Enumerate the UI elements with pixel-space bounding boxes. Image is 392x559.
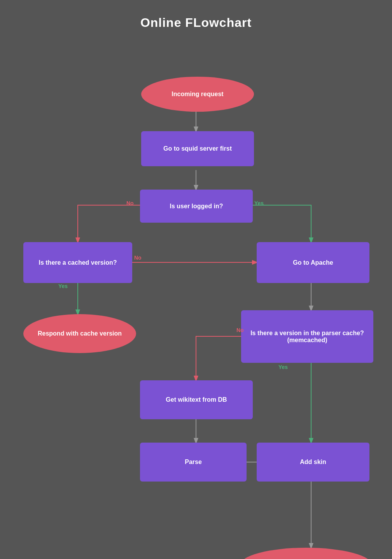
yes-label-1: Yes (254, 200, 264, 206)
incoming-request-node: Incoming request (141, 77, 254, 112)
respond-cache-node: Respond with cache version (23, 314, 136, 353)
parse-node: Parse (140, 443, 247, 482)
add-skin-node: Add skin (257, 443, 369, 482)
get-wikitext-node: Get wikitext from DB (140, 380, 253, 419)
squid-server-node: Go to squid server first (141, 131, 254, 166)
yes-label-3: Yes (278, 364, 288, 370)
yes-label-2: Yes (58, 283, 68, 289)
go-apache-node: Go to Apache (257, 242, 369, 283)
no-label-2: No (134, 255, 142, 261)
no-label-1: No (126, 200, 134, 206)
page-title: Online FLowchart (0, 0, 392, 30)
respond-rendered-node: Respond with rendered page (240, 548, 372, 559)
user-logged-in-node: Is user logged in? (140, 190, 253, 223)
parser-cache-node: Is there a version in the parser cache? … (241, 310, 373, 363)
cached-version-node: Is there a cached version? (23, 242, 132, 283)
no-label-3: No (236, 327, 244, 333)
